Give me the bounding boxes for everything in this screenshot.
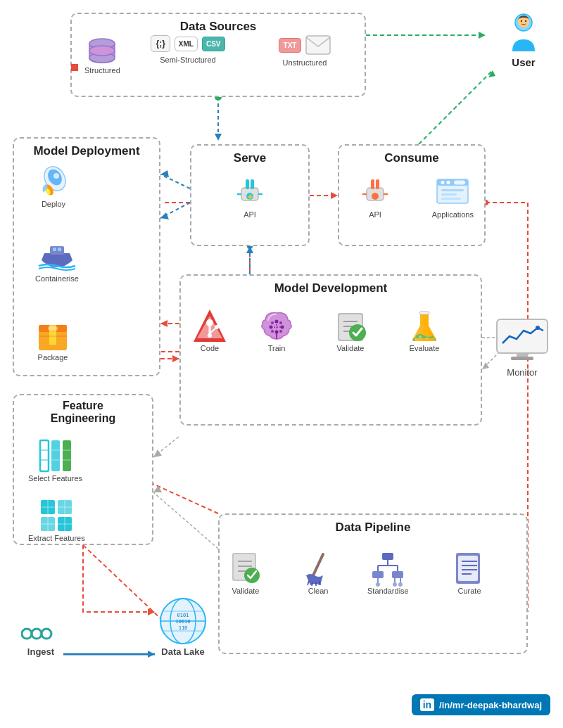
unstructured-wrap: TXT Unstructured <box>266 35 343 68</box>
svg-rect-113 <box>441 189 464 191</box>
flask-icon <box>406 307 443 344</box>
package-wrap: Package <box>35 318 70 362</box>
envelope-icon <box>305 35 331 55</box>
consume-box: Consume API <box>338 144 486 246</box>
evaluate-wrap: Evaluate <box>406 307 443 353</box>
svg-marker-14 <box>215 134 222 141</box>
structured-icon-wrap: Structured <box>84 35 120 75</box>
train-label: Train <box>268 344 286 353</box>
svg-line-19 <box>160 203 190 218</box>
data-pipeline-title: Data Pipeline <box>220 521 526 535</box>
svg-point-118 <box>206 319 213 326</box>
curate-icon <box>452 550 487 587</box>
svg-point-120 <box>208 333 212 338</box>
svg-rect-144 <box>511 357 533 360</box>
consume-title: Consume <box>339 151 484 165</box>
svg-line-174 <box>308 581 309 585</box>
svg-rect-182 <box>372 571 384 578</box>
svg-rect-192 <box>458 556 478 581</box>
linkedin-in-logo: in <box>420 698 434 711</box>
semi-structured-label: Semi-Structured <box>160 56 215 65</box>
user-box: User <box>505 13 542 68</box>
svg-point-110 <box>441 181 445 184</box>
evaluate-label: Evaluate <box>410 344 440 353</box>
svg-marker-46 <box>488 70 495 77</box>
consume-apps-wrap: Applications <box>432 174 474 219</box>
serve-title: Serve <box>191 151 308 165</box>
svg-point-76 <box>89 46 115 56</box>
svg-point-207 <box>42 629 51 639</box>
unstructured-label: Unstructured <box>283 58 327 68</box>
structured-label: Structured <box>84 66 120 75</box>
svg-rect-148 <box>63 440 71 471</box>
svg-point-127 <box>270 326 273 329</box>
svg-rect-77 <box>306 36 330 54</box>
svg-point-84 <box>53 173 59 179</box>
consume-api-icon <box>357 174 393 210</box>
deploy-wrap: Deploy <box>35 163 72 209</box>
svg-text:10010: 10010 <box>175 619 190 625</box>
consume-apps-icon <box>434 174 471 210</box>
svg-text:⚡: ⚡ <box>246 193 255 201</box>
svg-rect-87 <box>50 246 64 255</box>
ship-icon <box>37 241 77 274</box>
svg-point-129 <box>271 321 274 324</box>
structured-icon <box>87 35 118 66</box>
select-features-icon <box>37 438 74 474</box>
code-wrap: Code <box>191 307 228 353</box>
svg-point-80 <box>521 20 522 22</box>
svg-point-125 <box>275 320 279 324</box>
svg-marker-30 <box>482 362 489 369</box>
svg-point-131 <box>271 330 274 333</box>
extract-features-label: Extract Features <box>28 534 85 543</box>
svg-rect-96 <box>246 179 249 189</box>
consume-api-label: API <box>369 210 381 219</box>
model-deployment-box: Model Deployment Deploy <box>13 137 160 376</box>
svg-text:110: 110 <box>179 625 188 631</box>
serve-box: Serve ⚡ API <box>190 144 310 246</box>
dp-clean-wrap: Clean <box>301 550 336 596</box>
brain-icon <box>258 307 295 344</box>
dp-standardise-label: Standardise <box>367 587 409 596</box>
svg-line-35 <box>153 492 218 549</box>
svg-point-130 <box>279 321 282 324</box>
svg-rect-93 <box>48 326 58 331</box>
svg-point-139 <box>419 336 422 338</box>
user-label: User <box>512 56 535 68</box>
select-features-label: Select Features <box>28 474 82 483</box>
dp-clean-label: Clean <box>308 587 329 596</box>
linkedin-badge[interactable]: in /in/mr-deepak-bhardwaj <box>412 694 550 715</box>
svg-point-111 <box>447 181 450 184</box>
svg-marker-48 <box>479 32 486 39</box>
svg-line-175 <box>312 582 312 586</box>
broom-icon <box>301 550 336 587</box>
svg-rect-184 <box>392 571 403 578</box>
svg-rect-178 <box>382 553 393 560</box>
svg-point-122 <box>215 325 219 329</box>
serve-api-icon: ⚡ <box>232 174 268 210</box>
svg-point-107 <box>372 193 379 200</box>
svg-rect-89 <box>58 248 61 251</box>
svg-marker-32 <box>172 355 179 362</box>
svg-rect-142 <box>497 319 548 353</box>
dp-validate-wrap: Validate <box>228 550 263 596</box>
monitor-box: Monitor <box>494 317 550 378</box>
svg-point-145 <box>536 326 540 330</box>
svg-marker-40 <box>148 651 155 658</box>
svg-line-45 <box>419 70 493 144</box>
svg-line-33 <box>153 436 179 457</box>
validate-label: Validate <box>337 344 365 353</box>
data-lake-label: Data Lake <box>161 646 204 658</box>
user-icon <box>505 13 542 55</box>
svg-rect-112 <box>454 181 465 185</box>
svg-line-177 <box>320 581 320 585</box>
svg-rect-114 <box>441 193 457 196</box>
package-icon <box>35 318 70 353</box>
svg-point-205 <box>22 629 32 639</box>
svg-marker-16 <box>246 246 253 253</box>
diagram-container: Data Sources Structured {;} XML CSV Semi… <box>0 0 563 728</box>
svg-marker-36 <box>153 485 162 492</box>
svg-rect-97 <box>251 179 254 189</box>
dp-standardise-wrap: Standardise <box>367 550 409 596</box>
red-dot-left <box>71 64 78 71</box>
